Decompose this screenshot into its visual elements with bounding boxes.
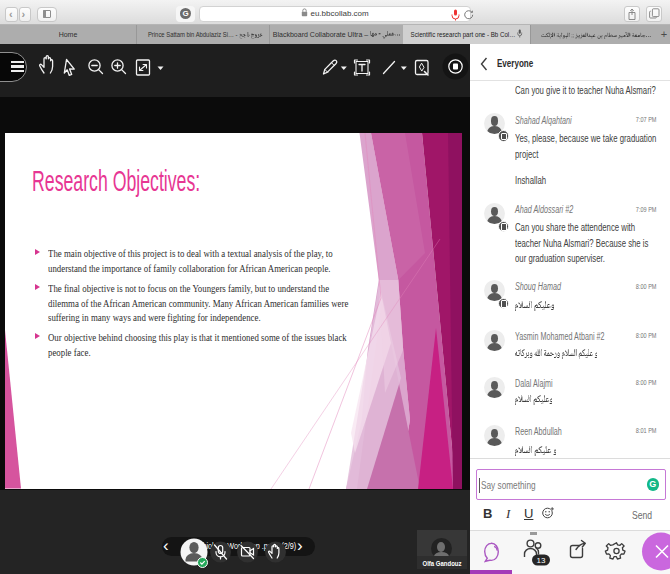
svg-text:13: 13 — [537, 556, 546, 565]
